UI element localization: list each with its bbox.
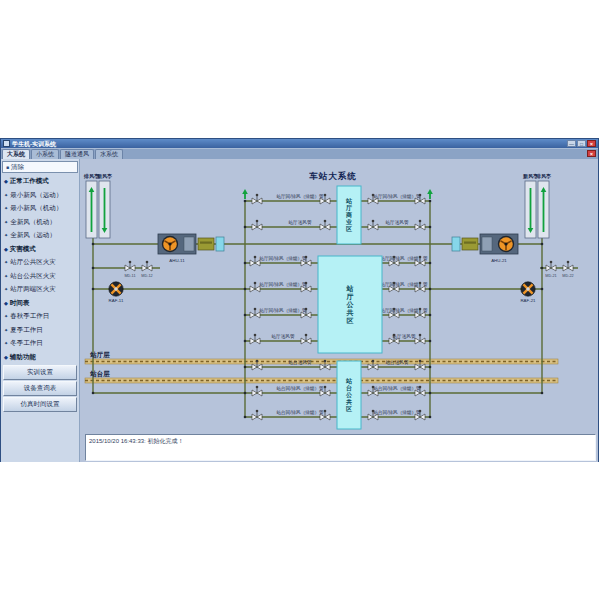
damper-valve[interactable] — [250, 334, 260, 344]
duct-label: 站厅送风管 — [289, 219, 312, 226]
floor-slab — [85, 378, 558, 383]
app-icon — [3, 140, 10, 147]
app-window: 学生机-实训系统 — □ × 大系统小系统隧道通风水系统 × ■ 清除 ◆正常工… — [0, 138, 599, 462]
item-label: 最小新风（远动） — [10, 191, 62, 200]
duct-label: 站厅回/排风（排烟）管 — [373, 193, 421, 200]
junction-dot — [429, 392, 432, 395]
mode-icon: ✦ — [4, 328, 8, 333]
junction-dot — [92, 243, 95, 246]
duct-label: 站厅回/排风（排烟）管 — [259, 255, 307, 262]
tab-2[interactable]: 小系统 — [31, 149, 59, 159]
damper-valve[interactable] — [368, 220, 378, 230]
sidebar-section-header: ◆正常工作模式 — [2, 175, 78, 189]
duct-label: 站厅回/排风（排烟）管 — [380, 255, 428, 262]
damper-valve[interactable] — [252, 410, 262, 420]
clear-button[interactable]: ■ 清除 — [2, 161, 78, 173]
sidebar-section-header: ◆辅助功能 — [2, 351, 78, 365]
sidebar-mode-item[interactable]: ✦全新风（远动） — [2, 229, 78, 243]
sidebar-button-3[interactable]: 仿真时间设置 — [3, 397, 77, 412]
damper-valve[interactable] — [320, 220, 330, 230]
sidebar-mode-item[interactable]: ✦冬季工作日 — [2, 337, 78, 351]
ahu-unit[interactable]: AHU-11 — [158, 234, 224, 263]
mode-icon: ✦ — [4, 274, 8, 279]
duct-label: 站台回/排风（排烟）管 — [276, 409, 324, 416]
vent-tower: 排风亭 — [535, 173, 551, 238]
damper-valve[interactable] — [415, 334, 425, 344]
sidebar-mode-item[interactable]: ✦站厅公共区火灾 — [2, 256, 78, 270]
section-bullet-icon: ◆ — [4, 301, 8, 306]
tower-label: 排风亭 — [535, 173, 551, 180]
floor-slab — [85, 359, 558, 364]
tab-4[interactable]: 水系统 — [95, 149, 123, 159]
damper-label: MD-22 — [562, 274, 573, 278]
damper-valve[interactable] — [252, 386, 262, 396]
sidebar-button-1[interactable]: 实训设置 — [3, 365, 77, 380]
item-label: 最小新风（机动） — [10, 204, 62, 213]
item-label: 时间表 — [10, 299, 30, 308]
damper-valve[interactable]: MD-22 — [562, 261, 573, 278]
tab-1[interactable]: 大系统 — [2, 149, 30, 159]
vent-tower: 新风亭 — [522, 173, 538, 238]
minimize-button[interactable]: — — [567, 140, 576, 147]
maximize-button[interactable]: □ — [577, 140, 586, 147]
sidebar-button-2[interactable]: 设备查询表 — [3, 381, 77, 396]
item-label: 正常工作模式 — [10, 177, 49, 186]
mode-icon: ✦ — [4, 193, 8, 198]
sidebar-mode-item[interactable]: ✦夏季工作日 — [2, 324, 78, 338]
exhaust-fan[interactable]: RAF-11 — [109, 282, 124, 303]
titlebar: 学生机-实训系统 — □ × — [1, 139, 598, 148]
equipment-label: AHU-11 — [169, 258, 185, 263]
duct-label: 站台回/排风（排烟）管 — [373, 409, 421, 416]
mode-icon: ✦ — [4, 260, 8, 265]
sidebar-section-header: ◆时间表 — [2, 297, 78, 311]
tab-3[interactable]: 隧道通风 — [60, 149, 94, 159]
damper-valve[interactable] — [252, 194, 262, 204]
damper-label: MD-21 — [545, 274, 556, 278]
duct-label: 站厅送风管 — [386, 219, 409, 226]
sidebar-mode-item[interactable]: ✦春秋季工作日 — [2, 310, 78, 324]
duct-label: 站厅送风管 — [393, 333, 416, 340]
damper-valve[interactable]: MD-11 — [124, 261, 135, 278]
duct-label: 站台回/排风（排烟）管 — [373, 385, 421, 392]
damper-valve[interactable]: MD-21 — [545, 261, 556, 278]
damper-valve[interactable] — [252, 220, 262, 230]
damper-valve[interactable] — [301, 334, 311, 344]
equipment-label: RAF-21 — [520, 298, 536, 303]
sidebar-mode-item[interactable]: ✦站台公共区火灾 — [2, 270, 78, 284]
vent-tower: 排风亭 — [83, 173, 99, 238]
duct-label: 站厅送风管 — [272, 333, 295, 340]
sidebar-mode-item[interactable]: ✦最小新风（机动） — [2, 202, 78, 216]
window-title: 学生机-实训系统 — [12, 141, 567, 147]
duct-label: 站厅回/排风（排烟）管 — [259, 307, 307, 314]
flow-arrow — [242, 189, 248, 199]
log-panel[interactable]: 2015/10/20 16:43:33: 初始化完成！ — [85, 434, 596, 461]
main-area: ■ 清除 ◆正常工作模式✦最小新风（远动）✦最小新风（机动）✦全新风（机动）✦全… — [1, 159, 598, 462]
damper-label: MD-12 — [141, 274, 152, 278]
vent-tower: 新风亭 — [96, 173, 112, 238]
item-label: 冬季工作日 — [10, 339, 43, 348]
zone-box: 站台公共区 — [337, 361, 361, 429]
ahu-unit[interactable]: AHU-21 — [452, 234, 518, 263]
item-label: 站厅两端区火灾 — [10, 285, 56, 294]
section-bullet-icon: ◆ — [4, 179, 8, 184]
item-label: 灾害模式 — [10, 245, 36, 254]
mode-icon: ✦ — [4, 314, 8, 319]
duct-label: 站厅回/排风（排烟）管 — [259, 281, 307, 288]
exit-button[interactable]: × — [587, 150, 596, 157]
sidebar-mode-item[interactable]: ✦全新风（机动） — [2, 216, 78, 230]
window-controls: — □ × — [567, 140, 596, 147]
damper-valve[interactable] — [415, 220, 425, 230]
log-line: 2015/10/20 16:43:33: 初始化完成！ — [89, 437, 592, 446]
section-bullet-icon: ◆ — [4, 247, 8, 252]
sidebar-section-header: ◆灾害模式 — [2, 243, 78, 257]
close-button[interactable]: × — [587, 140, 596, 147]
mode-icon: ✦ — [4, 220, 8, 225]
item-label: 春秋季工作日 — [10, 312, 49, 321]
sidebar-mode-item[interactable]: ✦最小新风（远动） — [2, 189, 78, 203]
damper-valve[interactable]: MD-12 — [141, 261, 152, 278]
exhaust-fan[interactable]: RAF-21 — [520, 282, 536, 303]
sidebar-mode-item[interactable]: ✦站厅两端区火灾 — [2, 283, 78, 297]
tower-label: 新风亭 — [96, 173, 112, 180]
junction-dot — [541, 243, 544, 246]
zone-label: 站厅公共区 — [346, 285, 355, 324]
